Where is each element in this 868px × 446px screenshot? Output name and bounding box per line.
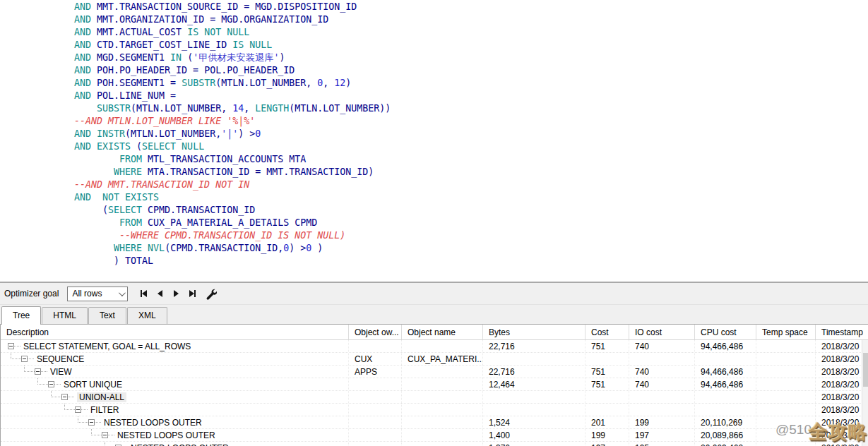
- cell-io: [629, 404, 695, 416]
- column-header-temp[interactable]: Temp space: [756, 325, 816, 339]
- cell-cost: 199: [585, 429, 629, 441]
- tab-tree[interactable]: Tree: [1, 306, 41, 324]
- cell-name: [402, 416, 483, 428]
- tab-xml[interactable]: XML: [127, 307, 167, 324]
- next-record-icon: [174, 290, 179, 297]
- last-record-button[interactable]: [186, 288, 198, 299]
- cell-ts: 2018/3/20 ...: [816, 391, 868, 403]
- optimizer-goal-select[interactable]: All rows: [67, 287, 128, 301]
- plan-row[interactable]: UNION-ALL2018/3/20 ...: [1, 391, 868, 404]
- cell-owner: [349, 416, 402, 428]
- cell-bytes: 22,716: [483, 366, 585, 378]
- first-record-button[interactable]: [138, 288, 149, 299]
- tree-expand-icon[interactable]: [61, 394, 68, 400]
- cell-cost: [585, 353, 629, 365]
- cell-cpu: 20,069,462: [695, 442, 756, 446]
- cell-owner: [349, 378, 402, 390]
- plan-row[interactable]: NESTED LOOPS OUTER1,52420119920,110,2692…: [1, 416, 868, 429]
- plan-row[interactable]: VIEWAPPS22,71675174094,466,4862018/3/20 …: [1, 366, 868, 378]
- column-header-cost[interactable]: Cost: [585, 325, 629, 339]
- cell-io: 195: [629, 442, 695, 446]
- plan-row[interactable]: SELECT STATEMENT, GOAL = ALL_ROWS22,7167…: [1, 340, 868, 353]
- cell-cpu: 94,466,486: [695, 378, 756, 390]
- plan-grid-header: DescriptionObject ow...Object nameBytesC…: [1, 325, 868, 340]
- tree-cell: SORT UNIQUE: [1, 378, 349, 390]
- cell-bytes: 1,524: [483, 416, 585, 428]
- cell-temp: [756, 416, 816, 428]
- cell-cost: 751: [585, 366, 629, 378]
- plan-row[interactable]: NESTED LOOPS OUTER1,40019919720,089,8662…: [1, 429, 868, 442]
- cell-name: [402, 391, 483, 403]
- column-header-desc[interactable]: Description: [1, 325, 349, 339]
- previous-record-button[interactable]: [154, 288, 165, 299]
- tree-node-label: NESTED LOOPS OUTER: [117, 430, 215, 440]
- tree-expand-icon[interactable]: [21, 356, 28, 362]
- record-nav-buttons: [138, 288, 198, 299]
- tree-expand-icon[interactable]: [35, 368, 41, 375]
- column-header-ts[interactable]: Timestamp: [816, 325, 868, 339]
- tree-expand-icon[interactable]: [8, 343, 14, 349]
- cell-io: 199: [629, 416, 695, 428]
- plan-row[interactable]: FILTER2018/3/20 ...: [1, 404, 868, 416]
- cell-cpu: [695, 404, 756, 416]
- tree-expand-icon[interactable]: [102, 432, 108, 438]
- column-header-cpu[interactable]: CPU cost: [695, 325, 756, 339]
- tree-expand-icon[interactable]: [48, 381, 54, 387]
- cell-bytes: [483, 404, 585, 416]
- cell-cost: 751: [585, 340, 629, 352]
- cell-temp: [756, 391, 816, 403]
- cell-io: 740: [629, 378, 695, 390]
- tab-html[interactable]: HTML: [42, 307, 88, 324]
- tree-node-label: SEQUENCE: [37, 354, 84, 364]
- optimizer-goal-label: Optimizer goal: [4, 289, 59, 299]
- tree-node-label: NESTED LOOPS OUTER: [104, 418, 202, 428]
- cell-name: [402, 366, 483, 378]
- next-record-button[interactable]: [170, 288, 182, 299]
- cell-io: [629, 391, 695, 403]
- cell-cost: 201: [585, 416, 629, 428]
- cell-name: [402, 378, 483, 390]
- tree-cell: NESTED LOOPS OUTER: [1, 429, 349, 441]
- last-record-icon: [189, 290, 194, 297]
- tree-node-label: UNION-ALL: [77, 392, 126, 402]
- cell-ts: 2018/3/20 ...: [816, 429, 868, 441]
- cell-name: [402, 404, 483, 416]
- cell-bytes: 1,376: [483, 442, 585, 446]
- column-header-owner[interactable]: Object ow...: [349, 325, 402, 339]
- tree-node-label: SORT UNIQUE: [64, 380, 122, 390]
- column-header-name[interactable]: Object name: [402, 325, 483, 339]
- cell-cpu: 94,466,486: [695, 366, 756, 378]
- scrollbar-thumb[interactable]: [863, 353, 868, 387]
- cell-temp: [756, 404, 816, 416]
- column-header-bytes[interactable]: Bytes: [483, 325, 585, 339]
- cell-owner: [349, 340, 402, 352]
- cell-temp: [756, 353, 816, 365]
- cell-cost: 197: [585, 442, 629, 446]
- cell-cpu: 20,089,866: [695, 429, 756, 441]
- vertical-scrollbar[interactable]: [862, 340, 868, 446]
- cell-owner: [349, 429, 402, 441]
- cell-bytes: 22,716: [483, 340, 585, 352]
- tab-text[interactable]: Text: [88, 307, 126, 324]
- cell-temp: [756, 378, 816, 390]
- plan-row[interactable]: SEQUENCECUXCUX_PA_MATERI...2018/3/20 ...: [1, 353, 868, 366]
- plan-row[interactable]: NESTED LOOPS OUTER1,37619719520,069,4622…: [1, 442, 868, 446]
- cell-bytes: 12,464: [483, 378, 585, 390]
- tree-expand-icon[interactable]: [75, 406, 81, 413]
- sql-editor-pane[interactable]: AND MMT.TRANSACTION_SOURCE_ID = MGD.DISP…: [0, 0, 868, 282]
- cell-ts: 2018/3/20 ...: [816, 366, 868, 378]
- sql-code[interactable]: AND MMT.TRANSACTION_SOURCE_ID = MGD.DISP…: [0, 0, 868, 267]
- cell-ts: 2018/3/20 ...: [816, 404, 868, 416]
- plan-grid-body: SELECT STATEMENT, GOAL = ALL_ROWS22,7167…: [1, 340, 868, 446]
- wrench-icon[interactable]: [205, 288, 217, 300]
- tree-node-label: FILTER: [90, 405, 119, 415]
- chevron-down-icon: [119, 289, 126, 296]
- plan-row[interactable]: SORT UNIQUE12,46475174094,466,4862018/3/…: [1, 378, 868, 391]
- cell-name: [402, 429, 483, 441]
- tree-expand-icon[interactable]: [88, 419, 95, 426]
- cell-cost: [585, 404, 629, 416]
- optimizer-goal-value: All rows: [72, 289, 102, 299]
- column-header-io[interactable]: IO cost: [629, 325, 695, 339]
- cell-bytes: [483, 353, 585, 365]
- cell-owner: CUX: [349, 353, 402, 365]
